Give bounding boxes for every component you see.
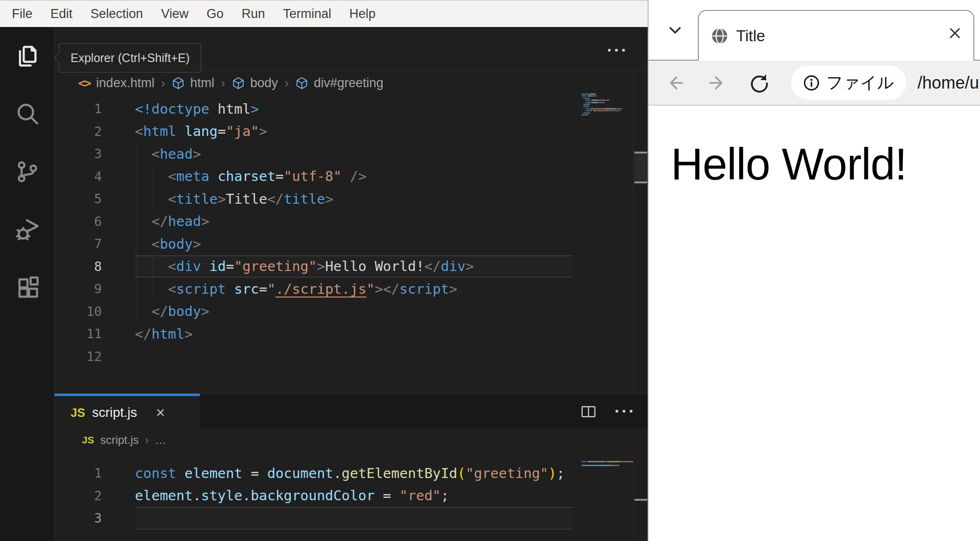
line-number: 8 — [54, 259, 102, 274]
code-text: </body> — [135, 303, 209, 319]
code-tag-icon: <> — [78, 76, 90, 90]
code-text: <html lang="ja"> — [135, 123, 267, 139]
code-line[interactable]: 4 <meta charset="utf-8" /> — [54, 165, 573, 188]
code-line[interactable]: 1const element = document.getElementById… — [54, 462, 573, 485]
search-icon[interactable] — [0, 85, 54, 143]
code-line[interactable]: 5 <title>Title</title> — [54, 188, 573, 210]
more-actions-icon[interactable] — [608, 49, 625, 52]
back-icon[interactable] — [665, 72, 686, 96]
tab-script-js[interactable]: JS script.js ✕ — [54, 394, 200, 429]
breadcrumb-separator: › — [161, 76, 165, 90]
breadcrumb-item[interactable]: index.html — [96, 76, 154, 90]
site-info-chip[interactable]: ファイル — [791, 65, 907, 100]
tab-label: script.js — [92, 405, 137, 420]
run-debug-icon[interactable] — [0, 200, 54, 258]
menu-item-help[interactable]: Help — [340, 1, 385, 27]
menu-bar: FileEditSelectionViewGoRunTerminalHelp — [0, 0, 648, 27]
code-text: <title>Title</title> — [135, 191, 333, 207]
more-actions-icon[interactable] — [615, 410, 633, 413]
line-number: 7 — [54, 236, 102, 251]
extensions-icon[interactable] — [0, 258, 54, 316]
menu-item-edit[interactable]: Edit — [42, 1, 82, 27]
code-line[interactable]: 7 <body> — [54, 233, 573, 255]
overview-ruler — [633, 71, 633, 393]
line-number: 4 — [54, 169, 102, 184]
explorer-icon[interactable] — [0, 27, 54, 85]
code-line[interactable]: 2<html lang="ja"> — [54, 120, 573, 143]
screen: FileEditSelectionViewGoRunTerminalHelp <… — [0, 0, 980, 541]
code-text: <script src="./script.js"></script> — [135, 281, 457, 297]
code-text: <div id="greeting">Hello World!</div> — [135, 258, 474, 274]
scrollbar-slider[interactable] — [634, 153, 647, 182]
code-line[interactable]: 12 — [54, 345, 573, 368]
forward-icon[interactable] — [706, 72, 728, 96]
vscode-window: FileEditSelectionViewGoRunTerminalHelp <… — [0, 0, 648, 541]
code-line[interactable]: 1<!doctype html> — [54, 98, 573, 120]
line-number: 12 — [54, 349, 102, 364]
breadcrumb-separator: › — [221, 76, 225, 90]
code-line[interactable]: 9 <script src="./script.js"></script> — [54, 278, 573, 300]
line-number: 6 — [54, 214, 102, 229]
reload-icon[interactable] — [748, 72, 771, 97]
line-number: 10 — [54, 304, 102, 319]
greeting-div: Hello World! — [668, 127, 980, 201]
activity-bar — [0, 27, 54, 541]
scrollbar-slider-edge — [634, 152, 647, 153]
line-number: 3 — [54, 146, 102, 161]
address-bar[interactable]: /home/u — [918, 61, 979, 105]
minimap[interactable] — [581, 461, 638, 475]
browser-tab-strip: Title — [649, 0, 980, 61]
menu-item-go[interactable]: Go — [197, 1, 232, 27]
js-icon: JS — [71, 406, 85, 420]
close-tab-icon[interactable] — [948, 26, 962, 42]
js-icon: JS — [82, 434, 94, 446]
menu-item-selection[interactable]: Selection — [81, 1, 152, 27]
code-text: </head> — [135, 213, 209, 229]
code-text: <body> — [135, 236, 201, 252]
breadcrumb-separator: › — [285, 76, 289, 90]
code-line[interactable]: 6 </head> — [54, 210, 573, 233]
split-editor-icon[interactable] — [580, 403, 597, 422]
breadcrumb-separator: › — [145, 433, 149, 447]
menu-item-view[interactable]: View — [152, 1, 197, 27]
menu-item-file[interactable]: File — [3, 1, 42, 27]
minimap[interactable] — [581, 93, 638, 122]
code-line[interactable]: 10 </body> — [54, 300, 573, 323]
code-text: element.style.backgroundColor = "red"; — [135, 487, 449, 504]
code-line[interactable]: 11</html> — [54, 323, 573, 345]
browser-viewport: Hello World! — [649, 106, 980, 541]
url-text: /home/u — [918, 73, 979, 93]
line-number: 2 — [54, 124, 102, 139]
symbol-element-icon — [172, 77, 185, 90]
explorer-tooltip: Explorer (Ctrl+Shift+E) — [59, 43, 201, 72]
browser-window: Title — [648, 0, 980, 541]
tooltip-text: Explorer (Ctrl+Shift+E) — [71, 51, 189, 65]
breadcrumb-item[interactable]: body — [250, 76, 278, 90]
breadcrumb-item[interactable]: script.js — [100, 433, 139, 447]
line-number: 9 — [54, 281, 102, 296]
chevron-down-icon[interactable] — [666, 22, 685, 41]
menu-item-run[interactable]: Run — [232, 1, 274, 27]
breadcrumb-item[interactable]: html — [190, 76, 214, 90]
editor-area: <>index.html›html›body›div#greeting 1<!d… — [54, 27, 648, 541]
code-text: const element = document.getElementById(… — [135, 465, 565, 481]
code-line[interactable]: 2element.style.backgroundColor = "red"; — [54, 485, 573, 507]
symbol-element-icon — [232, 77, 245, 90]
chip-label: ファイル — [826, 72, 894, 94]
line-number: 3 — [54, 511, 102, 525]
breadcrumb-item[interactable]: div#greeting — [314, 76, 383, 90]
browser-tab[interactable]: Title — [698, 10, 974, 61]
close-tab-icon[interactable]: ✕ — [156, 406, 166, 420]
globe-icon — [711, 27, 728, 45]
line-number: 1 — [54, 101, 102, 116]
menu-item-terminal[interactable]: Terminal — [274, 1, 340, 27]
code-text: <head> — [135, 146, 201, 162]
code-line[interactable]: 8 <div id="greeting">Hello World!</div> — [54, 255, 573, 278]
breadcrumb-item[interactable]: … — [155, 433, 166, 447]
line-number: 2 — [54, 488, 102, 503]
source-control-icon[interactable] — [0, 143, 54, 200]
line-number: 5 — [54, 191, 102, 206]
code-text: <!doctype html> — [135, 101, 259, 117]
code-line[interactable]: 3 — [54, 507, 573, 530]
code-line[interactable]: 3 <head> — [54, 143, 573, 165]
